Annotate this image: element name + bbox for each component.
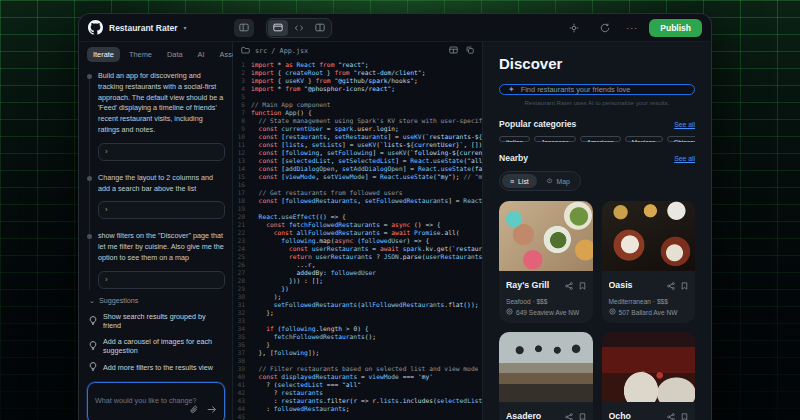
chat-message-text: show filters on the "Discover" page that…	[98, 231, 225, 263]
lightbulb-icon	[89, 341, 97, 352]
ai-search-input[interactable]: ✦ Find restaurants your friends love	[499, 84, 695, 95]
suggestions-title: Suggestions	[99, 296, 139, 305]
github-logo-icon	[88, 20, 103, 35]
see-all-link[interactable]: See all	[674, 121, 695, 128]
app-switcher-chevron-icon[interactable]: ▾	[184, 24, 187, 31]
list-map-toggle: ≡ List ⊙ Map	[499, 171, 581, 191]
sidebar-tab[interactable]: AI	[192, 47, 211, 62]
overflow-menu-button[interactable]: ···	[626, 23, 638, 33]
code-line: 28 })) : [];	[233, 277, 482, 285]
preview-view-button[interactable]	[268, 20, 288, 36]
restaurant-card[interactable]: Asadero	[499, 332, 593, 420]
restaurant-card[interactable]: Oasis	[602, 201, 696, 323]
restaurant-card[interactable]: Ocho	[602, 332, 696, 420]
view-mode-button[interactable]: ⊙ Map	[539, 174, 578, 188]
code-editor[interactable]: 1import * as React from "react";2import …	[233, 59, 482, 420]
copy-icon[interactable]	[466, 46, 474, 56]
code-line: 22 const allFollowedRestaurants = await …	[233, 229, 482, 237]
view-mode-label: Map	[557, 178, 570, 185]
suggestions-header[interactable]: ⌄ Suggestions	[89, 296, 225, 305]
share-icon[interactable]	[667, 276, 675, 294]
category-chip[interactable]: Chinese	[667, 136, 695, 142]
made-changes-toggle[interactable]: ›	[98, 143, 225, 161]
view-mode-label: List	[518, 178, 529, 185]
code-line: 23 following.map(async (followedUser) =>…	[233, 237, 482, 245]
chat-input[interactable]: What would you like to change?	[87, 382, 225, 420]
sidebar-tab[interactable]: Iterate	[87, 47, 120, 62]
chevron-right-icon: ›	[105, 276, 108, 284]
app-preview: Discover ✦ Find restaurants your friends…	[483, 42, 711, 420]
share-icon[interactable]	[667, 407, 675, 420]
share-icon[interactable]	[565, 276, 573, 294]
refresh-icon	[600, 23, 610, 33]
search-placeholder: Find restaurants your friends love	[521, 85, 631, 94]
code-line: 11 const [lists, setLists] = useKV(`list…	[233, 141, 482, 149]
attach-button[interactable]	[190, 400, 198, 418]
category-chip[interactable]: Italian	[499, 136, 530, 142]
send-button[interactable]	[207, 400, 217, 418]
category-chip[interactable]: American	[580, 136, 621, 142]
chevron-down-icon: ⌄	[89, 297, 95, 305]
code-line: 42 ? restaurants	[233, 389, 482, 397]
code-line: 29 })	[233, 285, 482, 293]
restaurant-card[interactable]: Ray's Grill	[499, 201, 593, 323]
view-mode-icon: ⊙	[547, 177, 553, 185]
suggestion-item[interactable]: Show search results grouped by friend	[89, 312, 225, 330]
restaurant-cuisine: Mediterranean · $$$	[609, 298, 689, 305]
refresh-button[interactable]	[595, 20, 615, 36]
bookmark-icon[interactable]	[579, 276, 586, 294]
map-pin-icon	[506, 308, 513, 316]
code-line: 40 const displayedRestaurants = viewMode…	[233, 373, 482, 381]
settings-button[interactable]	[564, 20, 584, 36]
chat-message[interactable]: Build an app for discovering and trackin…	[98, 71, 225, 161]
split-view-button[interactable]	[310, 20, 330, 36]
code-line: 26 ...r,	[233, 261, 482, 269]
category-chips: Italian Japanese American Mexican Chines…	[499, 136, 695, 142]
suggestion-item[interactable]: Add a carousel of images for each sugges…	[89, 337, 225, 355]
restaurant-cuisine: Seafood · $$$	[506, 298, 586, 305]
sidebar-toggle-button[interactable]	[234, 19, 254, 37]
suggestion-text: Add a carousel of images for each sugges…	[103, 337, 225, 355]
code-view-button[interactable]	[289, 20, 309, 36]
code-line: 31 setFollowedRestaurants(allFollowedRes…	[233, 301, 482, 309]
code-line: 45	[233, 413, 482, 420]
lightbulb-icon	[89, 316, 97, 327]
sidebar-tab[interactable]: Data	[161, 47, 189, 62]
timeline-dot-icon	[87, 74, 92, 79]
bookmark-icon[interactable]	[681, 407, 688, 420]
bookmark-icon[interactable]	[579, 407, 586, 420]
suggestions-list: Show search results grouped by friend Ad…	[89, 312, 225, 373]
code-line: 24 const userRestaurants = await spark.k…	[233, 245, 482, 253]
category-chip[interactable]: Japanese	[534, 136, 576, 142]
file-path[interactable]: src / App.jsx	[255, 47, 308, 55]
chat-message-text: Build an app for discovering and trackin…	[98, 71, 225, 136]
made-changes-toggle[interactable]: ›	[98, 201, 225, 219]
search-caption: Restaurant Rater uses AI to personalize …	[499, 99, 695, 106]
code-line: 33	[233, 317, 482, 325]
chat-message[interactable]: show filters on the "Discover" page that…	[98, 231, 225, 288]
chat-message[interactable]: Change the layout to 2 columns and add a…	[98, 173, 225, 220]
view-mode-button[interactable]: ≡ List	[502, 174, 537, 188]
restaurant-address: 649 Seaview Ave NW	[506, 308, 586, 316]
format-layout-icon[interactable]	[449, 46, 458, 56]
suggestion-item[interactable]: Add more filters to the results view	[89, 362, 225, 373]
publish-button[interactable]: Publish	[649, 19, 702, 37]
see-all-link[interactable]: See all	[674, 155, 695, 162]
code-panel: src / App.jsx 1import * as React from "r…	[233, 42, 483, 420]
category-chip[interactable]: Mexican	[625, 136, 663, 142]
code-line: 32 };	[233, 309, 482, 317]
suggestion-text: Show search results grouped by friend	[103, 312, 225, 330]
code-line: 19	[233, 205, 482, 213]
made-changes-toggle[interactable]: ›	[98, 271, 225, 289]
code-line: 1import * as React from "react";	[233, 61, 482, 69]
bookmark-icon[interactable]	[681, 276, 688, 294]
map-pin-icon	[609, 308, 616, 316]
timeline-dot-icon	[87, 176, 92, 181]
code-line: 21 const fetchFollowedRestaurants = asyn…	[233, 221, 482, 229]
sidebar-tab[interactable]: Theme	[123, 47, 158, 62]
share-icon[interactable]	[565, 407, 573, 420]
restaurant-photo	[499, 332, 593, 402]
code-line: 2import { createRoot } from "react-dom/c…	[233, 69, 482, 77]
code-brackets-icon	[294, 24, 304, 32]
code-line: 10 const [restaurants, setRestaurants] =…	[233, 133, 482, 141]
